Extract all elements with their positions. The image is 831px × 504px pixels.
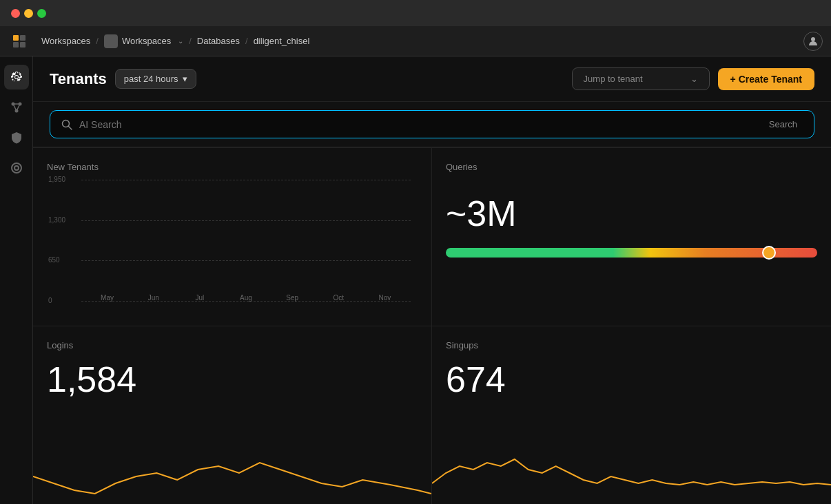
bar-chart: 1,950 1,300 650 0 May Jun xyxy=(47,180,418,318)
gauge-marker xyxy=(762,246,776,260)
logins-panel: Logins 1,584 xyxy=(33,326,432,505)
jump-to-tenant-arrow: ⌄ xyxy=(690,74,698,84)
bar-sep-label: Sep xyxy=(286,294,298,302)
main-content: Tenants past 24 hours ▾ Jump to tenant ⌄… xyxy=(33,56,831,504)
nav-workspace-item[interactable]: Workspaces ⌄ xyxy=(104,34,183,48)
bar-nov: Nov xyxy=(366,291,404,302)
signups-chart xyxy=(432,435,831,504)
bar-sep: Sep xyxy=(274,291,311,302)
breadcrumb-sep-3: / xyxy=(245,36,248,46)
signups-value: 674 xyxy=(446,359,817,400)
bar-aug-label: Aug xyxy=(240,294,252,302)
dashboard: New Tenants 1,950 1,300 650 0 May xyxy=(33,147,831,504)
create-tenant-button[interactable]: + Create Tenant xyxy=(718,68,814,90)
bar-jul: Jul xyxy=(181,291,218,302)
time-filter-arrow: ▾ xyxy=(183,74,187,84)
svg-point-11 xyxy=(12,163,21,173)
search-icon xyxy=(61,119,72,130)
logins-title: Logins xyxy=(47,340,418,350)
time-filter-label: past 24 hours xyxy=(124,74,178,84)
sidebar-item-gear[interactable] xyxy=(4,65,29,90)
logins-line xyxy=(33,463,431,494)
svg-rect-3 xyxy=(20,42,25,48)
bars-container: May Jun Jul Aug xyxy=(81,180,411,302)
bar-nov-label: Nov xyxy=(379,294,391,302)
workspace-arrow: ⌄ xyxy=(178,37,183,45)
queries-panel: Queries ~3M xyxy=(432,148,831,326)
app-logo xyxy=(8,30,30,52)
time-filter-dropdown[interactable]: past 24 hours ▾ xyxy=(115,69,196,89)
create-tenant-label: + Create Tenant xyxy=(730,74,802,85)
bar-may: May xyxy=(88,291,126,302)
breadcrumb-sep-2: / xyxy=(189,36,192,46)
new-tenants-title: New Tenants xyxy=(47,162,418,172)
logins-value: 1,584 xyxy=(47,359,418,400)
svg-line-10 xyxy=(17,104,20,111)
logins-chart xyxy=(33,435,431,504)
svg-rect-2 xyxy=(13,42,19,48)
queries-title: Queries xyxy=(446,162,817,172)
search-container: Search xyxy=(33,102,831,147)
nav-databases[interactable]: Databases xyxy=(197,36,240,46)
content-header: Tenants past 24 hours ▾ Jump to tenant ⌄… xyxy=(33,56,831,102)
signups-title: Singups xyxy=(446,340,817,350)
svg-line-14 xyxy=(69,126,72,129)
bar-oct: Oct xyxy=(320,291,358,302)
bar-aug: Aug xyxy=(227,291,265,302)
sidebar xyxy=(0,56,33,504)
minimize-button[interactable] xyxy=(24,9,33,18)
bar-jul-label: Jul xyxy=(195,294,204,302)
close-button[interactable] xyxy=(11,9,20,18)
traffic-lights xyxy=(11,9,46,18)
maximize-button[interactable] xyxy=(37,9,46,18)
queries-value: ~3M xyxy=(446,193,817,234)
workspace-icon xyxy=(104,34,118,48)
nav-db-name[interactable]: diligent_chisel xyxy=(254,36,310,46)
bar-jun: Jun xyxy=(134,291,172,302)
bar-oct-label: Oct xyxy=(333,294,344,302)
svg-rect-1 xyxy=(20,35,25,41)
breadcrumb: Workspaces / Workspaces ⌄ / Databases / … xyxy=(41,34,309,48)
sidebar-item-nodes[interactable] xyxy=(4,95,29,120)
svg-point-12 xyxy=(14,166,19,170)
new-tenants-panel: New Tenants 1,950 1,300 650 0 May xyxy=(33,148,432,326)
search-button[interactable]: Search xyxy=(763,118,803,131)
nav-bar: Workspaces / Workspaces ⌄ / Databases / … xyxy=(0,26,831,56)
bar-jun-label: Jun xyxy=(148,294,159,302)
jump-to-tenant-dropdown[interactable]: Jump to tenant ⌄ xyxy=(572,67,710,90)
breadcrumb-sep-1: / xyxy=(96,36,99,46)
sidebar-item-circle[interactable] xyxy=(4,156,29,180)
gauge-bar xyxy=(446,248,817,258)
workspace-name: Workspaces xyxy=(122,36,171,46)
svg-point-4 xyxy=(811,37,815,41)
svg-line-9 xyxy=(13,104,17,111)
nav-workspaces[interactable]: Workspaces xyxy=(41,36,90,46)
svg-rect-0 xyxy=(13,35,19,41)
sidebar-item-shield[interactable] xyxy=(4,125,29,150)
bar-may-label: May xyxy=(101,294,114,302)
signups-panel: Singups 674 xyxy=(432,326,831,505)
jump-to-tenant-label: Jump to tenant xyxy=(584,74,686,84)
main-layout: Tenants past 24 hours ▾ Jump to tenant ⌄… xyxy=(0,56,831,504)
search-input[interactable] xyxy=(79,119,757,130)
signups-line xyxy=(432,459,831,485)
search-box: Search xyxy=(50,110,814,138)
title-bar xyxy=(0,0,831,26)
page-title: Tenants xyxy=(50,70,107,88)
user-avatar[interactable] xyxy=(803,32,823,51)
